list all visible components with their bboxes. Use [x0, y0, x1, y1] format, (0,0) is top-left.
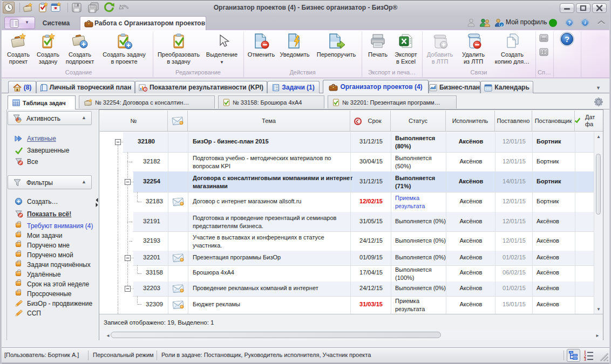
- svg-text:3: 3: [584, 357, 586, 361]
- svg-text:?: ?: [565, 35, 569, 44]
- svg-text:i: i: [501, 23, 503, 28]
- svg-text:?: ?: [568, 20, 571, 25]
